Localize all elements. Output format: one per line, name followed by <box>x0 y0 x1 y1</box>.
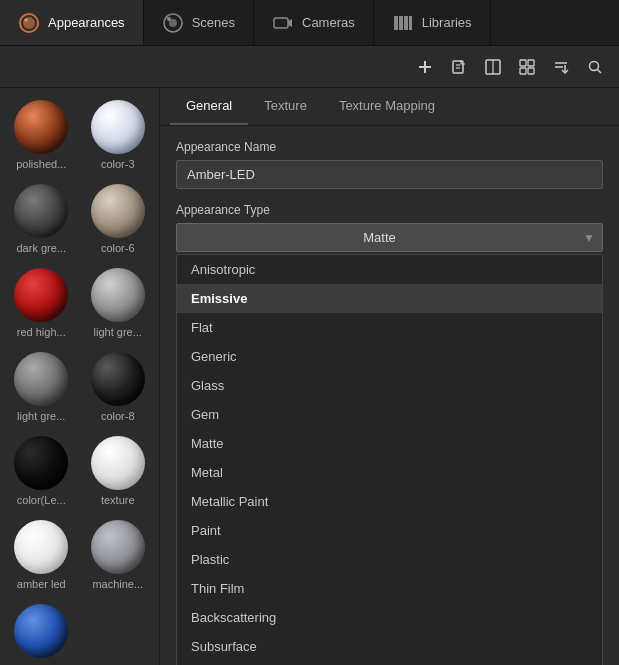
svg-rect-21 <box>520 68 526 74</box>
materials-panel: polished... color-3 dark gre... color-6 … <box>0 88 160 665</box>
material-sphere-color8 <box>91 352 145 406</box>
material-item-blue[interactable] <box>6 600 77 665</box>
material-label-lightgrey2: light gre... <box>17 410 65 422</box>
material-label-redhigh: red high... <box>17 326 66 338</box>
appearances-icon <box>18 12 40 34</box>
dropdown-item-anisotropic[interactable]: Anisotropic <box>177 255 602 284</box>
nav-scenes[interactable]: Scenes <box>144 0 254 45</box>
material-sphere-lightgrey2 <box>14 352 68 406</box>
svg-rect-6 <box>274 18 288 28</box>
libraries-icon <box>392 12 414 34</box>
appearance-name-input[interactable] <box>176 160 603 189</box>
import-button[interactable] <box>445 53 473 81</box>
material-sphere-color6 <box>91 184 145 238</box>
nav-cameras[interactable]: Cameras <box>254 0 374 45</box>
panel-view-button[interactable] <box>479 53 507 81</box>
material-item-texture[interactable]: texture <box>83 432 154 510</box>
nav-libraries-label: Libraries <box>422 15 472 30</box>
main-layout: polished... color-3 dark gre... color-6 … <box>0 88 619 665</box>
material-item-color3[interactable]: color-3 <box>83 96 154 174</box>
dropdown-item-metal[interactable]: Metal <box>177 458 602 487</box>
material-label-texture: texture <box>101 494 135 506</box>
svg-rect-11 <box>409 16 412 30</box>
appearance-type-select[interactable]: Matte ▼ <box>176 223 603 252</box>
material-sphere-darkgrey <box>14 184 68 238</box>
material-item-color6[interactable]: color-6 <box>83 180 154 258</box>
tab-texture-mapping[interactable]: Texture Mapping <box>323 88 451 125</box>
material-label-amberled: amber led <box>17 578 66 590</box>
cameras-icon <box>272 12 294 34</box>
material-item-polished[interactable]: polished... <box>6 96 77 174</box>
material-label-darkgrey: dark gre... <box>16 242 66 254</box>
nav-scenes-label: Scenes <box>192 15 235 30</box>
appearance-type-label: Appearance Type <box>176 203 603 217</box>
svg-rect-20 <box>528 60 534 66</box>
scenes-icon <box>162 12 184 34</box>
material-label-machine: machine... <box>92 578 143 590</box>
material-sphere-colorle <box>14 436 68 490</box>
material-sphere-machine <box>91 520 145 574</box>
appearance-type-value[interactable]: Matte <box>176 223 603 252</box>
content-area: Appearance Name Appearance Type Matte ▼ … <box>160 126 619 665</box>
grid-view-button[interactable] <box>513 53 541 81</box>
material-item-amberled[interactable]: amber led <box>6 516 77 594</box>
svg-rect-19 <box>520 60 526 66</box>
svg-point-2 <box>24 18 28 21</box>
material-item-darkgrey[interactable]: dark gre... <box>6 180 77 258</box>
material-sphere-lightgrey <box>91 268 145 322</box>
svg-line-27 <box>598 69 602 73</box>
material-label-color6: color-6 <box>101 242 135 254</box>
material-sphere-blue <box>14 604 68 658</box>
tab-texture[interactable]: Texture <box>248 88 323 125</box>
dropdown-item-backscattering[interactable]: Backscattering <box>177 603 602 632</box>
nav-cameras-label: Cameras <box>302 15 355 30</box>
toolbar <box>0 46 619 88</box>
svg-point-5 <box>167 17 171 21</box>
appearance-name-label: Appearance Name <box>176 140 603 154</box>
material-item-colorle[interactable]: color(Le... <box>6 432 77 510</box>
nav-libraries[interactable]: Libraries <box>374 0 491 45</box>
material-sphere-polished <box>14 100 68 154</box>
material-item-lightgrey2[interactable]: light gre... <box>6 348 77 426</box>
dropdown-item-generic[interactable]: Generic <box>177 342 602 371</box>
material-item-lightgrey[interactable]: light gre... <box>83 264 154 342</box>
material-label-lightgrey: light gre... <box>94 326 142 338</box>
material-sphere-color3 <box>91 100 145 154</box>
svg-rect-9 <box>399 16 403 30</box>
nav-appearances-label: Appearances <box>48 15 125 30</box>
right-panel: General Texture Texture Mapping Appearan… <box>160 88 619 665</box>
add-button[interactable] <box>411 53 439 81</box>
top-navigation: Appearances Scenes Cameras <box>0 0 619 46</box>
svg-point-1 <box>23 17 35 29</box>
dropdown-item-matte[interactable]: Matte <box>177 429 602 458</box>
dropdown-item-subsurface[interactable]: Subsurface <box>177 632 602 661</box>
svg-rect-10 <box>404 16 408 30</box>
material-item-color8[interactable]: color-8 <box>83 348 154 426</box>
dropdown-item-glass[interactable]: Glass <box>177 371 602 400</box>
tab-general[interactable]: General <box>170 88 248 125</box>
dropdown-item-metallic-paint[interactable]: Metallic Paint <box>177 487 602 516</box>
material-label-polished: polished... <box>16 158 66 170</box>
tab-bar: General Texture Texture Mapping <box>160 88 619 126</box>
svg-rect-8 <box>394 16 398 30</box>
dropdown-item-flat[interactable]: Flat <box>177 313 602 342</box>
dropdown-item-gem[interactable]: Gem <box>177 400 602 429</box>
material-label-color3: color-3 <box>101 158 135 170</box>
material-label-color8: color-8 <box>101 410 135 422</box>
material-item-machine[interactable]: machine... <box>83 516 154 594</box>
search-button[interactable] <box>581 53 609 81</box>
nav-appearances[interactable]: Appearances <box>0 0 144 45</box>
dropdown-item-plastic[interactable]: Plastic <box>177 545 602 574</box>
dropdown-item-emissive[interactable]: Emissive <box>177 284 602 313</box>
dropdown-item-thin-film[interactable]: Thin Film <box>177 574 602 603</box>
material-item-redhigh[interactable]: red high... <box>6 264 77 342</box>
material-label-colorle: color(Le... <box>17 494 66 506</box>
material-sphere-redhigh <box>14 268 68 322</box>
chevron-down-icon: ▼ <box>583 231 595 245</box>
dropdown-item-multi-layer[interactable]: Multi-Layer <box>177 661 602 665</box>
material-sphere-amber <box>14 520 68 574</box>
materials-grid: polished... color-3 dark gre... color-6 … <box>6 96 153 665</box>
dropdown-item-paint[interactable]: Paint <box>177 516 602 545</box>
sort-button[interactable] <box>547 53 575 81</box>
svg-point-26 <box>590 61 599 70</box>
